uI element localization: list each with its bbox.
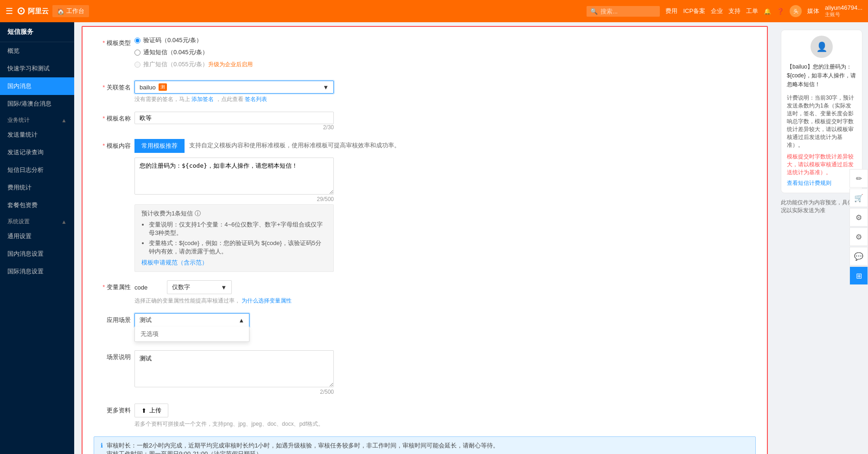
sign-name-hint: 没有需要的签名，马上 添加签名 ，点此查看 签名列表 — [134, 95, 756, 103]
sidebar-item-international[interactable]: 国际/港澳台消息 — [0, 95, 74, 113]
radio-promo: 推广短信（0.055元/条）升级为企业后启用 — [134, 60, 756, 69]
scene-desc-textarea[interactable]: 测试 — [134, 350, 334, 387]
scene-option-none[interactable]: 无选项 — [135, 327, 249, 341]
search-box[interactable]: 🔍 — [587, 6, 660, 17]
scene-dropdown: 无选项 — [134, 327, 249, 342]
sign-name-select[interactable]: bailuo 测 ▼ — [134, 81, 334, 94]
scene-desc-control: 测试 2/500 — [134, 350, 756, 395]
tab-common-templates[interactable]: 常用模板推荐 — [134, 139, 185, 153]
template-name-input[interactable] — [134, 112, 334, 124]
nav-link-support[interactable]: 支持 — [728, 7, 740, 15]
nav-link-ticket[interactable]: 工单 — [746, 7, 758, 15]
float-icons: ✏ 🛒 ⚙ ⚙ 💬 ⊞ — [849, 169, 868, 285]
float-edit-btn[interactable]: ✏ — [849, 169, 868, 188]
sidebar-title: 短信服务 — [0, 22, 74, 42]
var-row: code 仅数字 ▼ — [134, 280, 756, 294]
scene-label: 应用场景 — [94, 313, 131, 324]
sidebar-group-stats[interactable]: 业务统计 ▲ — [0, 113, 74, 126]
more-data-label: 更多资料 — [94, 404, 131, 415]
template-name-control: 2/30 — [134, 112, 756, 131]
sidebar-item-general[interactable]: 通用设置 — [0, 227, 74, 245]
preview-text: 【bailuo】您的注册码为：${code}，如非本人操作，请忽略本短信！ — [787, 63, 856, 89]
sidebar-item-send-stats[interactable]: 发送量统计 — [0, 126, 74, 144]
upload-button[interactable]: ⬆ 上传 — [134, 404, 168, 417]
chevron-down-icon: ▼ — [323, 84, 329, 91]
sidebar-group-settings[interactable]: 系统设置 ▲ — [0, 214, 74, 227]
var-name: code — [134, 284, 162, 291]
chevron-up-icon: ▲ — [61, 117, 67, 124]
sidebar-item-domestic-settings[interactable]: 国内消息设置 — [0, 245, 74, 263]
float-chat-btn[interactable]: 💬 — [849, 247, 868, 265]
sidebar-item-quickstart[interactable]: 快速学习和测试 — [0, 60, 74, 77]
var-attr-value: 仅数字 — [172, 283, 190, 291]
workbench-button[interactable]: 🏠 工作台 — [52, 5, 89, 17]
template-type-label: * 模板类型 — [94, 36, 131, 47]
radio-notify-label: 通知短信（0.045元/条） — [143, 48, 208, 57]
template-type-control: 验证码（0.045元/条） 通知短信（0.045元/条） 推广短信（0.055元… — [134, 36, 756, 72]
template-content-label: * 模板内容 — [94, 139, 131, 150]
float-cart-btn[interactable]: 🛒 — [849, 189, 868, 207]
var-attr-control: code 仅数字 ▼ 选择正确的变量属性性能提高审核通过率， 为什么选择变量属性 — [134, 280, 756, 305]
phone-header: 👤 — [787, 36, 856, 58]
float-grid-btn[interactable]: ⊞ — [849, 266, 868, 285]
sidebar-item-send-log[interactable]: 发送记录查询 — [0, 144, 74, 161]
sidebar-item-overview[interactable]: 概览 — [0, 42, 74, 60]
sidebar-item-fee-stats[interactable]: 费用统计 — [0, 179, 74, 196]
main-layout: 短信服务 概览 快速学习和测试 国内消息 国际/港澳台消息 业务统计 ▲ 发送量… — [0, 22, 868, 454]
top-nav: ☰ ⊙ 阿里云 🏠 工作台 🔍 费用 ICP备案 企业 支持 工单 🔔 ❓ 头 … — [0, 0, 868, 22]
template-content-row: * 模板内容 常用模板推荐 支持自定义模板内容和使用标准模板，使用标准模板可提高… — [94, 139, 756, 272]
why-attr-link[interactable]: 为什么选择变量属性 — [242, 297, 292, 304]
username: aliyun46794... — [825, 4, 862, 11]
add-sign-link[interactable]: 添加签名 — [191, 96, 214, 102]
bell-icon[interactable]: 🔔 — [764, 8, 771, 15]
alert-box: ℹ 审核时长：一般2小时内完成，近期平均完成审核时长约1小时，如遇升级核验，审核… — [94, 436, 756, 454]
sidebar: 短信服务 概览 快速学习和测试 国内消息 国际/港澳台消息 业务统计 ▲ 发送量… — [0, 22, 74, 454]
tab-hint: 支持自定义模板内容和使用标准模板，使用标准模板可提高审核效率和成功率。 — [185, 139, 405, 153]
sign-name-row: * 关联签名 bailuo 测 ▼ 没有需要的签名，马上 添加签名 — [94, 81, 756, 103]
sms-count-box: 预计收费为1条短信 ⓘ 变量说明：仅支持1个变量：4~6位仅数字、数字+字母组合… — [134, 204, 334, 272]
scene-desc-label: 场景说明 — [94, 350, 131, 361]
radio-verify-label: 验证码（0.045元/条） — [143, 36, 202, 44]
hamburger-icon[interactable]: ☰ — [6, 6, 13, 16]
user-role: 主账号 — [825, 11, 862, 18]
sidebar-item-domestic[interactable]: 国内消息 — [0, 77, 74, 95]
sidebar-group-stats-label: 业务统计 — [7, 116, 30, 124]
sms-info-2: 变量格式：${code}，例如：您的验证码为 ${code}，该验证码5分钟内有… — [149, 239, 327, 256]
template-name-label: * 模板名称 — [94, 112, 131, 123]
template-content-textarea[interactable]: 您的注册码为：${code}，如非本人操作，请您稍本短信！ — [134, 158, 334, 195]
sign-list-link[interactable]: 签名列表 — [245, 96, 267, 102]
radio-verify-input[interactable] — [134, 38, 140, 44]
float-settings-btn[interactable]: ⚙ — [849, 208, 868, 227]
avatar: 头 — [790, 5, 802, 17]
sidebar-item-intl-settings[interactable]: 国际消息设置 — [0, 263, 74, 280]
upgrade-link[interactable]: 升级为企业后启用 — [208, 61, 253, 68]
sms-info-1: 变量说明：仅支持1个变量：4~6位仅数字、数字+字母组合或仅字母3种类型。 — [149, 221, 327, 237]
form-section: * 模板类型 验证码（0.045元/条） 通知短信（0.045元/条） — [82, 26, 768, 454]
avatar-large: 👤 — [811, 36, 833, 58]
nav-link-fee[interactable]: 费用 — [665, 7, 677, 15]
sidebar-item-package[interactable]: 套餐包资费 — [0, 196, 74, 214]
scene-row: 应用场景 测试 ▲ 无选项 — [94, 313, 756, 342]
radio-promo-label: 推广短信（0.055元/条）升级为企业后启用 — [143, 60, 253, 69]
preview-rule-link[interactable]: 查看短信计费规则 — [787, 179, 856, 187]
radio-notify-input[interactable] — [134, 50, 140, 56]
help-icon[interactable]: ❓ — [777, 8, 784, 15]
form-container: * 模板类型 验证码（0.045元/条） 通知短信（0.045元/条） — [74, 22, 775, 454]
template-content-control: 常用模板推荐 支持自定义模板内容和使用标准模板，使用标准模板可提高审核效率和成功… — [134, 139, 756, 272]
radio-verify[interactable]: 验证码（0.045元/条） — [134, 36, 756, 44]
sidebar-item-log-analysis[interactable]: 短信日志分析 — [0, 161, 74, 179]
sign-name-tag: 测 — [159, 83, 167, 91]
scene-select[interactable]: 测试 ▲ — [134, 313, 249, 327]
nav-link-icp[interactable]: ICP备案 — [683, 7, 705, 15]
chevron-up-icon-3: ▲ — [238, 317, 244, 324]
var-select[interactable]: 仅数字 ▼ — [167, 280, 232, 294]
scene-desc-count: 2/500 — [134, 389, 334, 395]
float-config-btn[interactable]: ⚙ — [849, 227, 868, 246]
upload-icon: ⬆ — [141, 407, 147, 414]
upload-hint: 若多个资料可拼接成一个文件，支持png、jpg、jpeg、doc、docx、pd… — [134, 420, 756, 428]
nav-link-enterprise[interactable]: 企业 — [711, 7, 723, 15]
radio-notify[interactable]: 通知短信（0.045元/条） — [134, 48, 756, 57]
sms-spec-link[interactable]: 模板申请规范（含示范） — [141, 259, 208, 266]
search-input[interactable] — [600, 8, 656, 15]
more-data-control: ⬆ 上传 若多个资料可拼接成一个文件，支持png、jpg、jpeg、doc、do… — [134, 404, 756, 428]
